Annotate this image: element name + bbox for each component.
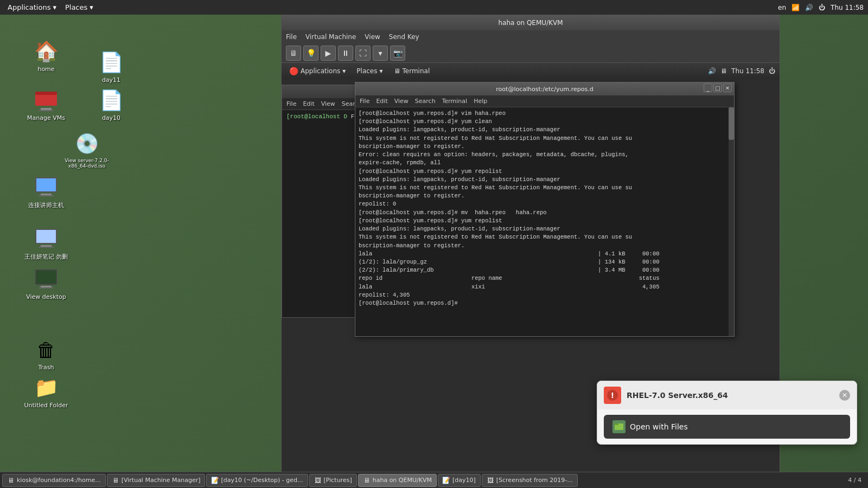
tmf-edit[interactable]: Edit: [376, 98, 387, 105]
taskbar-day10-label: [day10 (~/Desktop) - ged...: [221, 477, 303, 484]
taskbar-item-vmm[interactable]: 🖥 [Virtual Machine Manager]: [107, 474, 206, 487]
desktop-icon-view-desktop[interactable]: View desktop: [22, 264, 71, 303]
tmf-help[interactable]: Help: [474, 98, 487, 105]
desktop-icon-manage-vms[interactable]: Manage VMs: [22, 85, 71, 124]
home-icon: 🏠: [33, 38, 59, 65]
svg-rect-13: [36, 271, 56, 284]
gnome-terminal-btn[interactable]: 🖥 Terminal: [391, 66, 433, 76]
notification-app-icon: !: [604, 387, 621, 404]
desktop-icon-untitled-folder[interactable]: 📁 Untitled Folder: [22, 373, 71, 411]
notification-title: RHEL-7.0 Server.x86_64: [627, 391, 728, 400]
files-icon: [612, 420, 626, 433]
applications-arrow: ▾: [53, 3, 56, 11]
gnome-power-icon: ⏻: [769, 67, 775, 75]
gnome-display-icon: 🖥: [720, 67, 727, 75]
svg-rect-7: [39, 195, 54, 196]
clock: Thu 11:58: [831, 4, 864, 11]
desktop-icon-day11[interactable]: 📄 day11: [87, 47, 136, 86]
tmb-edit[interactable]: Edit: [303, 100, 314, 107]
gnome-places-arrow: ▾: [380, 67, 383, 75]
connect-teacher-icon: [33, 174, 59, 200]
gnome-volume-icon: 🔊: [708, 67, 716, 75]
qemu-menu-file[interactable]: File: [286, 33, 297, 41]
terminal-front-content: [root@localhost yum.repos.d]# vim haha.r…: [355, 107, 734, 336]
desktop-icon-trash[interactable]: 🗑 Trash: [22, 335, 71, 373]
desktop-icon-connect-teacher[interactable]: 连接讲师主机: [22, 172, 71, 211]
terminal-front-menubar: File Edit View Search Terminal Help: [355, 95, 734, 107]
desktop-icon-server-iso[interactable]: 💿 View server-7.2.0-x86_64-dvd.iso: [60, 129, 114, 171]
gnome-apps-arrow: ▾: [342, 67, 346, 75]
taskbar-item-kiosk[interactable]: 🖥 kiosk@foundation4:/home...: [2, 474, 106, 487]
terminal-scrollbar-thumb: [729, 107, 734, 140]
taskbar-vmm-icon: 🖥: [112, 477, 119, 484]
tmf-file[interactable]: File: [360, 98, 369, 105]
taskbar-qemu-icon: 🖥: [363, 477, 371, 484]
tmf-view[interactable]: View: [394, 98, 409, 105]
tmb-file[interactable]: File: [286, 100, 296, 107]
day11-icon: 📄: [98, 49, 124, 75]
taskbar-item-day10-2[interactable]: 📝 [day10]: [438, 474, 481, 487]
svg-rect-5: [36, 178, 56, 191]
gnome-clock: Thu 11:58: [731, 67, 764, 75]
taskbar-pictures-icon: 🖼: [314, 477, 322, 484]
untitled-folder-label: Untitled Folder: [24, 402, 68, 409]
places-label: Places: [65, 3, 87, 11]
taskbar-item-day10[interactable]: 📝 [day10 (~/Desktop) - ged...: [206, 474, 308, 487]
wangjia-icon: [33, 226, 59, 252]
applications-menu[interactable]: Applications ▾: [4, 3, 60, 11]
wifi-icon: 📶: [792, 4, 800, 11]
wangjia-label: 王佳妍笔记 勿删: [24, 253, 68, 261]
terminal-front-maximize[interactable]: □: [713, 84, 722, 92]
gnome-terminal-label: Terminal: [403, 67, 430, 75]
open-with-files-btn[interactable]: Open with Files: [604, 415, 850, 439]
toolbar-dropdown-btn[interactable]: ▾: [373, 46, 388, 61]
taskbar-vmm-label: [Virtual Machine Manager]: [122, 477, 201, 484]
toolbar-usb-btn[interactable]: 💡: [303, 46, 318, 61]
tmf-terminal[interactable]: Terminal: [442, 98, 468, 105]
terminal-scrollbar[interactable]: [729, 107, 734, 336]
qemu-toolbar: 🖥 💡 ▶ ⏸ ⛶ ▾ 📷: [282, 43, 780, 63]
taskbar-item-pictures[interactable]: 🖼 [Pictures]: [309, 474, 357, 487]
svg-rect-6: [41, 194, 52, 195]
gnome-apps-btn[interactable]: 🔴 Applications ▾: [286, 66, 349, 76]
taskbar-item-screenshot[interactable]: 🖼 [Screenshot from 2019-...: [482, 474, 578, 487]
svg-rect-3: [39, 110, 54, 111]
taskbar-kiosk-label: kiosk@foundation4:/home...: [17, 477, 101, 484]
qemu-menu-vm[interactable]: Virtual Machine: [305, 33, 356, 41]
toolbar-play-btn[interactable]: ▶: [321, 46, 336, 61]
places-menu[interactable]: Places ▾: [62, 3, 97, 11]
taskbar-pager: 4 / 4: [844, 477, 866, 484]
qemu-menu-view[interactable]: View: [365, 33, 380, 41]
taskbar-kiosk-icon: 🖥: [7, 477, 15, 484]
taskbar-item-qemu[interactable]: 🖥 haha on QEMU/KVM: [358, 474, 437, 487]
terminal-front-close[interactable]: ✕: [723, 84, 732, 92]
view-desktop-icon: [33, 266, 59, 292]
places-arrow: ▾: [90, 3, 93, 11]
terminal-front-minimize[interactable]: _: [704, 84, 712, 92]
toolbar-screenshot-btn[interactable]: 📷: [390, 46, 405, 61]
svg-rect-19: [615, 423, 618, 425]
gnome-apps-label: Applications: [301, 67, 340, 75]
view-desktop-label: View desktop: [26, 293, 66, 300]
qemu-menu-sendkey[interactable]: Send Key: [389, 33, 419, 41]
tmb-view[interactable]: View: [321, 100, 335, 107]
desktop-icon-wangjia[interactable]: 王佳妍笔记 勿删: [22, 223, 71, 263]
toolbar-fullscreen-btn[interactable]: ⛶: [355, 46, 371, 61]
untitled-folder-icon: 📁: [33, 375, 59, 401]
terminal-front[interactable]: root@localhost:/etc/yum.repos.d _ □ ✕ Fi…: [355, 82, 735, 337]
toolbar-pause-btn[interactable]: ⏸: [338, 46, 353, 61]
terminal-front-title: root@localhost:/etc/yum.repos.d: [496, 86, 593, 93]
svg-rect-15: [39, 287, 54, 288]
gnome-places-btn[interactable]: Places ▾: [353, 66, 386, 76]
trash-label: Trash: [38, 364, 54, 371]
desktop-icon-home[interactable]: 🏠 home: [22, 36, 71, 75]
toolbar-monitor-btn[interactable]: 🖥: [286, 46, 301, 61]
desktop-icon-day10[interactable]: 📄 day10: [87, 85, 136, 124]
day11-label: day11: [102, 76, 120, 84]
desktop: 🏠 home 📄 day11 Manage VMs 📄 day10 💿 View…: [0, 15, 868, 472]
tmf-search[interactable]: Search: [415, 98, 436, 105]
volume-icon: 🔊: [805, 4, 813, 11]
home-label: home: [37, 66, 54, 73]
terminal-front-controls: _ □ ✕: [704, 84, 732, 92]
notification-close-btn[interactable]: ✕: [839, 390, 850, 401]
